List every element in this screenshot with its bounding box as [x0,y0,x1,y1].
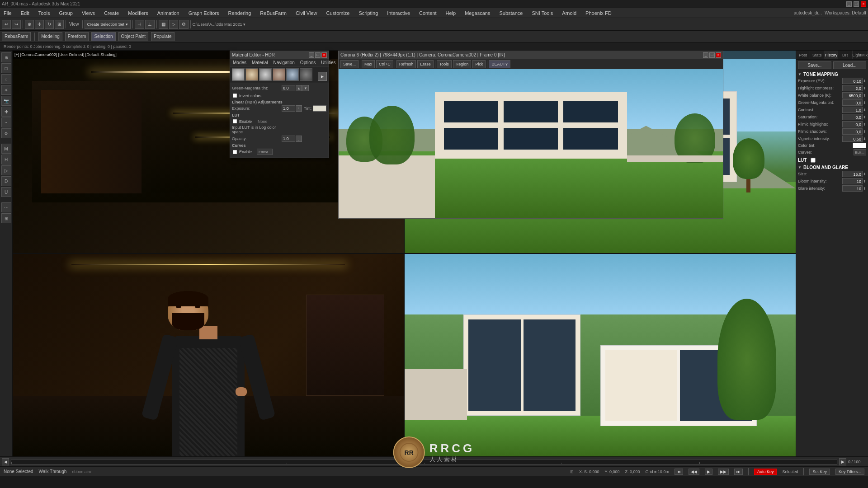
hierarchy-icon[interactable]: H [1,155,11,164]
menu-file[interactable]: File [2,10,14,16]
undo-btn[interactable]: ↩ [2,20,11,29]
rebusfarm-btn[interactable]: RebusFarm [2,32,31,41]
contrast-value[interactable]: 1,0 [842,107,863,113]
mirror-btn[interactable]: ⊣ [135,20,144,29]
mat-curves-enable[interactable] [233,150,237,154]
prev-key-btn[interactable]: ◀◀ [689,469,699,475]
contrast-arrows[interactable]: ⬍ [863,108,866,112]
filmic-shadows-value[interactable]: 0,0 [842,128,863,135]
menu-content[interactable]: Content [417,10,439,16]
modeling-btn[interactable]: Modeling [38,32,62,41]
key-filters-btn[interactable]: Key Filters... [835,469,864,475]
minimize-btn[interactable]: _ [846,1,852,7]
close-btn[interactable]: × [861,1,866,7]
menu-customize[interactable]: Customize [325,10,352,16]
motion-icon[interactable]: ▷ [1,165,11,175]
filmic-highlights-value[interactable]: 0,0 [842,121,863,127]
mat-slot-2[interactable] [245,68,258,81]
camera-icon[interactable]: 📷 [1,96,11,106]
skip-end-btn[interactable]: ⏭ [734,469,743,475]
mat-curves-editor-btn[interactable]: Editor... [257,149,273,155]
tab-history[interactable]: History [824,51,838,59]
menu-rendering[interactable]: Rendering [226,10,253,16]
mat-slots-arrow[interactable]: ▶ [318,72,327,81]
mat-invert-checkbox[interactable] [233,94,237,98]
move-btn[interactable]: ✛ [35,20,44,29]
menu-animation[interactable]: Animation [156,10,181,16]
highlight-value[interactable]: 2,0 [842,85,863,91]
menu-arnold[interactable]: Arnold [560,10,578,16]
display-icon[interactable]: D [1,176,11,186]
tab-lightmix[interactable]: LightMix [853,51,868,59]
rp-load-btn[interactable]: Load... [833,61,867,69]
menu-megascans[interactable]: Megascans [463,10,492,16]
next-key-btn[interactable]: ▶▶ [718,469,729,475]
corona-render-area[interactable] [339,69,723,218]
mat-lut-enable[interactable] [233,119,237,124]
mat-menu-utilities[interactable]: Utilities [318,59,338,66]
corona-close[interactable]: × [716,52,721,58]
material-btn[interactable]: ▦ [159,20,168,29]
grid-icon[interactable]: ⊞ [1,213,11,223]
menu-scripting[interactable]: Scripting [357,10,380,16]
menu-phoenix[interactable]: Phoenix FD [584,10,613,16]
filmic-highlights-arrows[interactable]: ⬍ [863,122,866,127]
selection-btn[interactable]: Selection [91,32,115,41]
populate-btn[interactable]: Populate [151,32,174,41]
rp-save-btn[interactable]: Save... [798,61,831,69]
mat-menu-navigation[interactable]: Navigation [271,59,297,66]
mat-slot-1[interactable] [232,68,245,81]
bloom-size-arrows[interactable]: ⬍ [863,172,866,176]
menu-sni-tools[interactable]: SNI Tools [530,10,555,16]
set-key-btn[interactable]: Set Key [809,469,830,475]
helper-icon[interactable]: ✚ [1,107,11,117]
corona-pick-btn[interactable]: Pick [472,60,486,68]
corona-region-btn[interactable]: Region [453,60,472,68]
mat-menu-material[interactable]: Material [249,59,271,66]
mat-menu-modes[interactable]: Modes [230,59,249,66]
corona-minimize[interactable]: _ [703,52,708,58]
menu-rebusfarm[interactable]: ReBusFarm [258,10,288,16]
mat-gm-input[interactable] [282,85,295,91]
modify-icon[interactable]: M [1,144,11,154]
create-selection-btn[interactable]: Create Selection Set ▾ [85,20,131,29]
mat-slot-4[interactable] [273,68,285,81]
mat-menu-options[interactable]: Options [297,59,318,66]
mat-gm-down[interactable]: ▼ [302,85,309,91]
maximize-btn[interactable]: □ [854,1,859,7]
mat-exposure-input[interactable] [282,105,295,112]
glare-intensity-value[interactable]: 10 [842,185,863,192]
corona-save-btn[interactable]: Save... [340,60,359,68]
curves-edit-btn[interactable]: Edit... [854,149,866,155]
corona-beauty-btn[interactable]: BEAUTY [489,60,510,68]
scale-btn[interactable]: ⊞ [55,20,64,29]
menu-graph-editors[interactable]: Graph Editors [187,10,221,16]
mat-minimize-btn[interactable]: _ [309,52,314,58]
mat-close-btn[interactable]: × [321,52,327,58]
system-icon[interactable]: ⚙ [1,128,11,138]
box-icon[interactable]: □ [1,63,11,73]
saturation-value[interactable]: 0,0 [842,114,863,120]
bloom-intensity-value[interactable]: 10 [842,178,863,184]
filmic-shadows-arrows[interactable]: ⬍ [863,130,866,134]
select-btn[interactable]: ⊕ [25,20,34,29]
viewport-bottom-left[interactable] [13,254,404,456]
lut-enable-checkbox[interactable] [811,158,816,162]
tab-dr[interactable]: DR [838,51,852,59]
corona-refresh-btn[interactable]: Refresh [396,60,416,68]
rotate-btn[interactable]: ↻ [45,20,54,29]
color-tint-swatch[interactable] [853,143,866,148]
green-magenta-value[interactable]: 0,0 [842,99,863,106]
light-icon[interactable]: ☀ [1,85,11,95]
align-btn[interactable]: ⊥ [145,20,155,29]
skip-start-btn[interactable]: ⏮ [675,469,683,475]
select-icon[interactable]: ⊕ [1,52,11,62]
mat-maximize-btn[interactable]: □ [315,52,321,58]
corona-erase-btn[interactable]: Erase [417,60,434,68]
menu-modifiers[interactable]: Modifiers [126,10,150,16]
menu-interactive[interactable]: Interactive [385,10,412,16]
mat-tint-swatch[interactable] [313,105,326,112]
freeform-btn[interactable]: Freeform [65,32,89,41]
white-balance-value[interactable]: 6500,0 [842,92,863,99]
green-magenta-arrows[interactable]: ⬍ [863,101,866,105]
